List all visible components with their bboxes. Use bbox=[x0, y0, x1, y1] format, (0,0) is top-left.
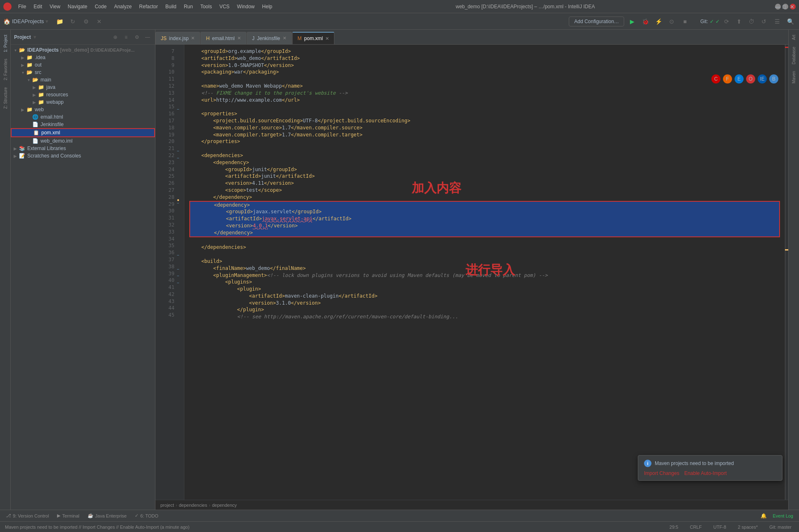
fold-icon-plugin[interactable]: − bbox=[177, 281, 179, 285]
profile-btn[interactable]: ⊙ bbox=[666, 16, 677, 27]
git-push-btn[interactable]: ⬆ bbox=[734, 16, 744, 27]
tab-favorites[interactable]: 2: Favorites bbox=[0, 55, 10, 83]
tree-item-ideaprojects[interactable]: ▾ 📂 IDEAProjects [web_demo] D:\IDEA\IDEA… bbox=[11, 46, 155, 54]
status-indent[interactable]: 2 spaces* bbox=[735, 525, 760, 530]
tree-item-out[interactable]: ▶ 📁 out bbox=[11, 61, 155, 69]
fold-icon-build[interactable]: − bbox=[177, 253, 179, 258]
toolbar-open-btn[interactable]: 📁 bbox=[54, 16, 65, 27]
tab-project[interactable]: 1: Project bbox=[0, 31, 10, 55]
stop-btn[interactable]: ■ bbox=[680, 16, 690, 27]
menu-file[interactable]: File bbox=[15, 3, 29, 10]
minimize-btn[interactable]: — bbox=[775, 4, 781, 10]
tree-item-scratches[interactable]: ▶ 📝 Scratches and Consoles bbox=[11, 152, 155, 160]
menu-tools[interactable]: Tools bbox=[197, 3, 215, 10]
sidebar-gear-btn[interactable]: — bbox=[143, 33, 152, 41]
tab-close-pom-xml[interactable]: ✕ bbox=[325, 36, 329, 41]
version-control-tab[interactable]: ⎇ 9: Version Control bbox=[3, 512, 51, 519]
java-enterprise-tab[interactable]: ☕ Java Enterprise bbox=[85, 512, 129, 519]
menu-view[interactable]: View bbox=[46, 3, 64, 10]
chrome-icon[interactable]: C bbox=[711, 74, 720, 83]
fold-icon-properties[interactable]: − bbox=[177, 107, 179, 112]
menu-vcs[interactable]: VCS bbox=[216, 3, 233, 10]
git-update-btn[interactable]: ⟳ bbox=[721, 16, 732, 27]
pom-xml-icon: 📋 bbox=[32, 130, 40, 136]
toolbar-close-btn[interactable]: ✕ bbox=[94, 16, 105, 27]
firefox-icon[interactable]: F bbox=[723, 74, 732, 83]
menu-refactor[interactable]: Refactor bbox=[136, 3, 161, 10]
tab-structure[interactable]: Z: Structure bbox=[0, 84, 10, 112]
tree-item-src[interactable]: ▾ 📂 src bbox=[11, 69, 155, 76]
tree-item-resources[interactable]: ▶ 📁 resources bbox=[11, 91, 155, 98]
menu-code[interactable]: Code bbox=[91, 3, 110, 10]
tree-item-web[interactable]: ▶ 📁 web bbox=[11, 106, 155, 113]
status-encoding[interactable]: UTF-8 bbox=[711, 525, 729, 530]
menu-help[interactable]: Help bbox=[259, 3, 276, 10]
menu-navigate[interactable]: Navigate bbox=[64, 3, 91, 10]
ie-icon[interactable]: IE bbox=[758, 74, 767, 83]
git-revert-btn[interactable]: ↺ bbox=[758, 16, 769, 27]
tree-item-web-demo-iml[interactable]: ▶ 📄 web_demo.iml bbox=[11, 137, 155, 145]
status-git[interactable]: Git: master bbox=[767, 525, 794, 530]
menu-analyze[interactable]: Analyze bbox=[111, 3, 135, 10]
fold-icon-dependencies[interactable]: − bbox=[177, 149, 179, 153]
tab-index-jsp[interactable]: JS index.jsp ✕ bbox=[155, 32, 200, 44]
todo-tab[interactable]: ✓ 6: TODO bbox=[132, 512, 161, 519]
tree-item-java[interactable]: ▶ 📁 java bbox=[11, 83, 155, 91]
debug-btn[interactable]: 🐞 bbox=[640, 16, 651, 27]
fold-icon-pluginmgmt[interactable]: − bbox=[177, 267, 179, 272]
add-configuration-button[interactable]: Add Configuration… bbox=[569, 17, 624, 26]
tab-maven[interactable]: Maven bbox=[789, 68, 799, 87]
tab-database[interactable]: Database bbox=[789, 43, 799, 68]
code-editor[interactable]: <groupId>org.example</groupId> <artifact… bbox=[184, 45, 785, 500]
terminal-tab[interactable]: ▶ Terminal bbox=[55, 512, 82, 519]
maximize-btn[interactable]: □ bbox=[782, 4, 788, 10]
editor-area: JS index.jsp ✕ H email.html ✕ J Jenkinsf… bbox=[155, 30, 788, 510]
tab-email-html[interactable]: H email.html ✕ bbox=[200, 32, 246, 44]
fold-icon-plugins[interactable]: − bbox=[177, 274, 179, 278]
code-line-37: <build> bbox=[189, 258, 780, 265]
fold-icon-dependency1[interactable]: − bbox=[177, 156, 179, 160]
tab-close-email-html[interactable]: ✕ bbox=[237, 36, 241, 41]
expand-arrow-main: ▾ bbox=[26, 78, 31, 82]
status-position[interactable]: 29:5 bbox=[667, 525, 681, 530]
sidebar-collapse-btn[interactable]: ≡ bbox=[122, 33, 130, 41]
edge-icon[interactable]: E bbox=[735, 74, 744, 83]
coverage-btn[interactable]: ⚡ bbox=[653, 16, 664, 27]
build-tools-btn[interactable]: ☰ bbox=[772, 16, 782, 27]
tree-item-main[interactable]: ▾ 📂 main bbox=[11, 76, 155, 83]
fold-icon-dependency2[interactable]: − bbox=[177, 201, 179, 205]
tree-item-email-html[interactable]: ▶ 🌐 email.html bbox=[11, 113, 155, 121]
menu-run[interactable]: Run bbox=[181, 3, 196, 10]
tab-close-index-jsp[interactable]: ✕ bbox=[191, 36, 195, 41]
opera-icon[interactable]: O bbox=[746, 74, 755, 83]
tree-label-email-html: email.html bbox=[41, 114, 63, 120]
event-log-btn[interactable]: Event Log bbox=[770, 513, 796, 518]
sidebar-settings-btn[interactable]: ⚙ bbox=[133, 33, 141, 41]
tree-item-pom-xml[interactable]: ▶ 📋 pom.xml bbox=[11, 128, 155, 137]
status-line-endings[interactable]: CRLF bbox=[687, 525, 704, 530]
menu-edit[interactable]: Edit bbox=[30, 3, 45, 10]
menu-window[interactable]: Window bbox=[234, 3, 258, 10]
tab-close-jenkinsfile[interactable]: ✕ bbox=[283, 36, 286, 41]
sidebar-locate-btn[interactable]: ⊕ bbox=[111, 33, 119, 41]
tree-item-idea[interactable]: ▶ 📁 .idea bbox=[11, 54, 155, 61]
menu-build[interactable]: Build bbox=[162, 3, 180, 10]
run-btn[interactable]: ▶ bbox=[627, 16, 637, 27]
search-everywhere-btn[interactable]: 🔍 bbox=[785, 16, 796, 27]
sidebar-dropdown-icon[interactable]: ▾ bbox=[33, 34, 36, 40]
close-btn[interactable]: ✕ bbox=[790, 4, 796, 10]
toolbar-settings-btn[interactable]: ⚙ bbox=[81, 16, 91, 27]
toolbar-sync-btn[interactable]: ↻ bbox=[67, 16, 78, 27]
tree-item-external-libs[interactable]: ▶ 📚 External Libraries bbox=[11, 145, 155, 152]
tab-pom-xml[interactable]: M pom.xml ✕ bbox=[292, 32, 334, 44]
git-history-btn[interactable]: ⏱ bbox=[746, 16, 757, 27]
tree-item-jenkinsfile[interactable]: ▶ 📄 Jenkinsfile bbox=[11, 121, 155, 128]
tab-art[interactable]: Art bbox=[789, 31, 799, 43]
import-changes-button[interactable]: Import Changes bbox=[644, 470, 679, 476]
webapp-folder-icon: 📁 bbox=[37, 99, 45, 105]
tree-item-webapp[interactable]: ▶ 📁 webapp bbox=[11, 98, 155, 106]
code-line-30: <groupId>javax.servlet</groupId> bbox=[189, 208, 780, 215]
enable-auto-import-button[interactable]: Enable Auto-Import bbox=[684, 470, 727, 476]
tab-jenkinsfile[interactable]: J Jenkinsfile ✕ bbox=[247, 32, 292, 44]
other-browser-icon[interactable]: B bbox=[769, 74, 778, 83]
